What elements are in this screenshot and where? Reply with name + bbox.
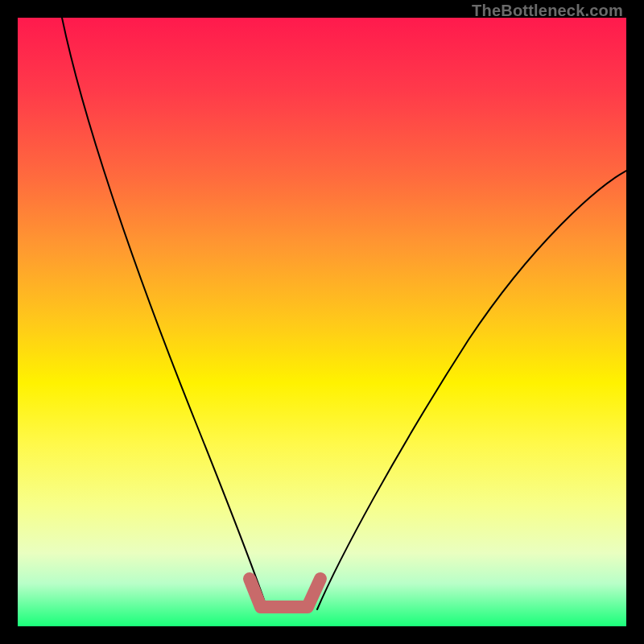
right-curve — [317, 171, 626, 609]
chart-svg — [18, 18, 626, 626]
bottom-highlight — [250, 579, 320, 607]
left-curve — [62, 18, 267, 609]
chart-frame: TheBottleneck.com — [0, 0, 644, 644]
